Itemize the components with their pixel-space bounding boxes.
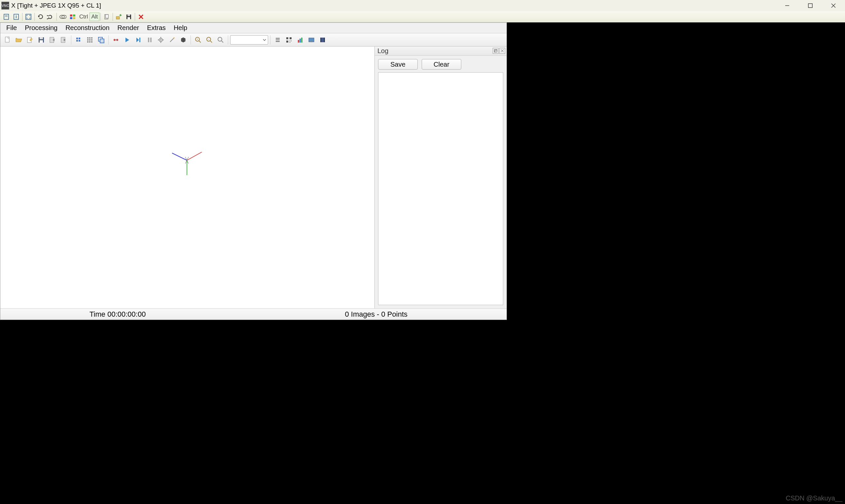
stats-button[interactable] (295, 35, 306, 45)
menu-processing[interactable]: Processing (21, 23, 62, 33)
svg-rect-79 (290, 42, 290, 42)
show-model-stats-button[interactable]: - (204, 35, 214, 45)
clipboard-icon (103, 13, 110, 20)
database-management-button[interactable] (96, 35, 106, 45)
import-button[interactable] (47, 35, 58, 45)
svg-rect-42 (89, 41, 90, 42)
chevron-down-icon (262, 38, 266, 42)
model-selector[interactable] (230, 35, 268, 44)
zoom-fit-icon (217, 36, 225, 44)
feature-matching-button[interactable] (85, 35, 95, 45)
screenshot-button[interactable] (306, 35, 317, 45)
log-textarea[interactable] (378, 72, 503, 305)
svg-rect-39 (89, 39, 90, 40)
fullscreen-icon (25, 13, 32, 20)
minimize-button[interactable] (776, 0, 799, 11)
svg-rect-4 (4, 14, 8, 19)
save-button[interactable] (36, 35, 47, 45)
vnc-info-button[interactable]: i (11, 12, 21, 21)
vnc-fullscreen-button[interactable] (23, 12, 33, 21)
svg-rect-86 (320, 38, 321, 42)
svg-rect-82 (301, 38, 303, 42)
bundle-adjustment-button[interactable] (167, 35, 177, 45)
svg-rect-14 (70, 17, 72, 19)
status-info: 0 Images - 0 Points (345, 310, 408, 319)
menu-extras[interactable]: Extras (143, 23, 170, 33)
log-undock-button[interactable] (493, 48, 499, 54)
svg-rect-21 (127, 17, 130, 19)
step-reconstruction-button[interactable] (133, 35, 144, 45)
vnc-transfer-button[interactable] (114, 12, 124, 21)
vnc-refresh-button[interactable] (36, 12, 46, 21)
separator (135, 13, 135, 21)
vnc-ctrlesc-button[interactable] (68, 12, 77, 21)
maximize-button[interactable] (799, 0, 822, 11)
svg-line-58 (170, 38, 174, 42)
menu-help[interactable]: Help (170, 23, 191, 33)
app-window: File Processing Reconstruction Render Ex… (0, 22, 507, 320)
svg-rect-36 (89, 37, 90, 39)
svg-line-70 (222, 41, 223, 42)
log-save-button[interactable]: Save (378, 59, 418, 70)
svg-rect-38 (87, 39, 88, 40)
log-panel-header[interactable]: Log (375, 47, 506, 56)
step-forward-icon (134, 36, 142, 44)
vnc-cad-button[interactable] (58, 12, 68, 21)
menu-file[interactable]: File (2, 23, 21, 33)
svg-rect-78 (291, 40, 292, 41)
vnc-save-button[interactable] (124, 12, 134, 21)
viewport-3d[interactable] (0, 47, 375, 308)
svg-rect-27 (40, 37, 43, 39)
edit-project-button[interactable] (25, 35, 35, 45)
render-options-button[interactable]: + (193, 35, 203, 45)
automatic-reconstruction-button[interactable] (110, 35, 121, 45)
show-log-button[interactable] (272, 35, 283, 45)
svg-rect-28 (40, 40, 43, 42)
close-button[interactable] (822, 0, 845, 11)
log-panel: Log Save Clear (375, 47, 506, 308)
bars-icon (296, 36, 304, 44)
edit-icon (26, 36, 34, 44)
status-time: Time 00:00:00:00 (89, 310, 145, 319)
menu-reconstruction[interactable]: Reconstruction (62, 23, 113, 33)
start-reconstruction-button[interactable] (122, 35, 133, 45)
overlap-icon (97, 36, 105, 44)
open-project-button[interactable] (14, 35, 24, 45)
vnc-reload-button[interactable] (46, 12, 55, 21)
document-icon (3, 13, 10, 20)
dense-reconstruction-button[interactable] (178, 35, 189, 45)
menu-render[interactable]: Render (114, 23, 143, 33)
zoom-out-icon: - (205, 36, 213, 44)
x-icon (137, 13, 145, 20)
svg-rect-76 (286, 40, 288, 42)
movie-button[interactable] (317, 35, 328, 45)
qr-button[interactable] (283, 35, 294, 45)
folder-open-icon (15, 36, 23, 44)
vnc-ctrl-toggle[interactable]: Ctrl (77, 13, 89, 21)
separator (113, 13, 113, 21)
vnc-alt-toggle[interactable]: Alt (89, 13, 99, 21)
svg-rect-33 (76, 40, 78, 41)
vnc-clipboard-button[interactable] (102, 12, 111, 21)
vnc-toolbar: i Ctrl Alt (0, 11, 845, 22)
svg-rect-37 (91, 37, 92, 39)
svg-rect-12 (70, 15, 72, 17)
pause-reconstruction-button[interactable] (144, 35, 155, 45)
show-match-matrix-button[interactable] (215, 35, 226, 45)
svg-text:i: i (16, 15, 17, 19)
vnc-options-button[interactable] (1, 12, 11, 21)
vnc-disconnect-button[interactable] (136, 12, 146, 21)
transfer-icon (115, 13, 122, 20)
svg-rect-43 (91, 41, 92, 42)
svg-rect-40 (91, 39, 92, 40)
export-button[interactable] (58, 35, 69, 45)
new-project-button[interactable] (2, 35, 13, 45)
log-close-button[interactable] (499, 48, 505, 54)
feature-extraction-button[interactable] (73, 35, 84, 45)
statusbar: Time 00:00:00:00 0 Images - 0 Points (0, 308, 506, 320)
log-clear-button[interactable]: Clear (422, 59, 461, 70)
reconstruction-options-button[interactable] (156, 35, 166, 45)
reload-icon (47, 13, 54, 20)
svg-rect-17 (106, 15, 108, 18)
gear-icon (157, 36, 165, 44)
